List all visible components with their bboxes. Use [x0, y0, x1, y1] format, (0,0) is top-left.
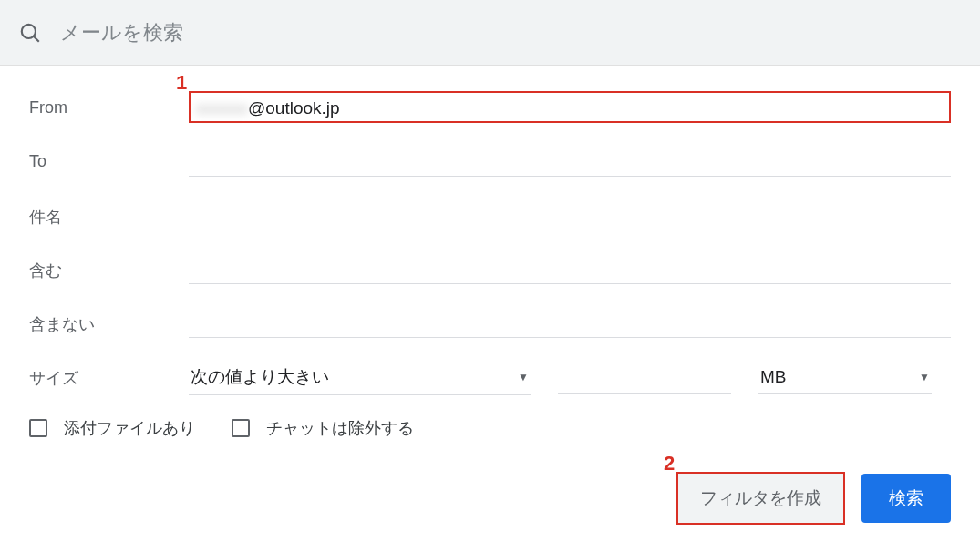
- size-compare-value: 次の値より大きい: [191, 365, 329, 389]
- annotation-1: 1: [176, 71, 187, 95]
- create-filter-button[interactable]: フィルタを作成: [678, 474, 843, 523]
- search-button[interactable]: 検索: [861, 474, 951, 523]
- exclude-chat-label: チャットは除外する: [266, 417, 414, 439]
- search-input-placeholder[interactable]: メールを検索: [60, 19, 962, 46]
- svg-point-0: [22, 24, 36, 37]
- includes-label: 含む: [29, 252, 189, 281]
- button-row: 2 フィルタを作成 検索: [29, 472, 951, 525]
- dropdown-arrow-icon: ▼: [919, 371, 930, 383]
- size-value-input[interactable]: [558, 362, 731, 394]
- excludes-input[interactable]: [189, 306, 951, 338]
- size-label: サイズ: [29, 367, 189, 389]
- subject-input[interactable]: [189, 199, 951, 230]
- subject-label: 件名: [29, 199, 189, 228]
- from-row: From 1 xxxxxx@outlook.jp: [29, 91, 951, 123]
- to-label: To: [29, 145, 189, 171]
- size-compare-select[interactable]: 次の値より大きい ▼: [189, 360, 531, 395]
- svg-line-1: [34, 36, 39, 41]
- search-icon[interactable]: [18, 21, 42, 45]
- annotation-2: 2: [664, 452, 675, 475]
- exclude-chat-checkbox[interactable]: [232, 419, 250, 437]
- includes-input[interactable]: [189, 252, 951, 284]
- size-unit-select[interactable]: MB ▼: [758, 362, 932, 394]
- from-label: From: [29, 91, 189, 118]
- search-bar: メールを検索: [0, 0, 980, 66]
- excludes-label: 含まない: [29, 306, 189, 335]
- search-filter-form: From 1 xxxxxx@outlook.jp To 件名 含む 含まない: [0, 66, 980, 547]
- excludes-row: 含まない: [29, 306, 951, 338]
- to-input[interactable]: [189, 145, 951, 177]
- dropdown-arrow-icon: ▼: [518, 371, 529, 383]
- from-input-wrapper: 1 xxxxxx@outlook.jp: [189, 91, 951, 123]
- exclude-chat-option[interactable]: チャットは除外する: [232, 417, 414, 439]
- to-row: To: [29, 145, 951, 177]
- has-attachment-option[interactable]: 添付ファイルあり: [29, 417, 195, 439]
- includes-row: 含む: [29, 252, 951, 284]
- size-unit-value: MB: [760, 367, 787, 387]
- create-filter-wrapper: 2 フィルタを作成: [676, 472, 845, 525]
- checkbox-row: 添付ファイルあり チャットは除外する: [29, 417, 951, 439]
- has-attachment-label: 添付ファイルあり: [64, 417, 195, 439]
- subject-row: 件名: [29, 199, 951, 230]
- from-value-obscured: xxxxxx: [196, 98, 248, 118]
- has-attachment-checkbox[interactable]: [29, 419, 47, 437]
- from-value-clear: @outlook.jp: [248, 98, 340, 118]
- from-input[interactable]: xxxxxx@outlook.jp: [196, 97, 944, 120]
- size-row: サイズ 次の値より大きい ▼ MB ▼: [29, 360, 951, 395]
